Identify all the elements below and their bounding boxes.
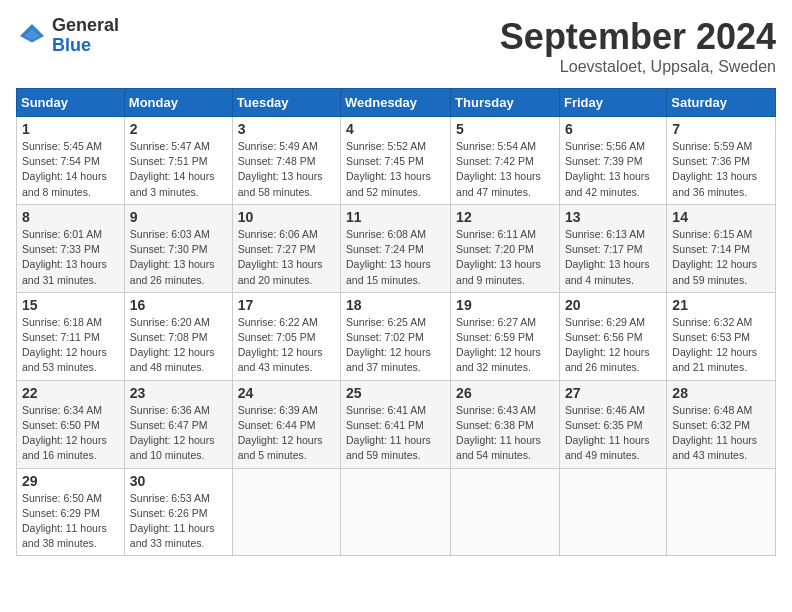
day-info: Sunrise: 6:03 AMSunset: 7:30 PMDaylight:… [130,227,227,288]
title-area: September 2024 Loevstaloet, Uppsala, Swe… [500,16,776,76]
day-info: Sunrise: 6:39 AMSunset: 6:44 PMDaylight:… [238,403,335,464]
calendar-cell: 12Sunrise: 6:11 AMSunset: 7:20 PMDayligh… [451,204,560,292]
calendar-cell: 5Sunrise: 5:54 AMSunset: 7:42 PMDaylight… [451,117,560,205]
logo-blue-text: Blue [52,36,119,56]
header-wednesday: Wednesday [341,89,451,117]
calendar-cell: 14Sunrise: 6:15 AMSunset: 7:14 PMDayligh… [667,204,776,292]
day-number: 14 [672,209,770,225]
logo: General Blue [16,16,119,56]
day-number: 18 [346,297,445,313]
calendar-cell: 10Sunrise: 6:06 AMSunset: 7:27 PMDayligh… [232,204,340,292]
day-number: 28 [672,385,770,401]
calendar-cell [667,468,776,556]
day-number: 1 [22,121,119,137]
month-title: September 2024 [500,16,776,58]
calendar-cell: 27Sunrise: 6:46 AMSunset: 6:35 PMDayligh… [559,380,666,468]
day-number: 29 [22,473,119,489]
calendar-cell: 22Sunrise: 6:34 AMSunset: 6:50 PMDayligh… [17,380,125,468]
day-info: Sunrise: 6:08 AMSunset: 7:24 PMDaylight:… [346,227,445,288]
header-monday: Monday [124,89,232,117]
calendar-cell: 21Sunrise: 6:32 AMSunset: 6:53 PMDayligh… [667,292,776,380]
calendar-cell: 19Sunrise: 6:27 AMSunset: 6:59 PMDayligh… [451,292,560,380]
day-info: Sunrise: 6:20 AMSunset: 7:08 PMDaylight:… [130,315,227,376]
day-info: Sunrise: 6:41 AMSunset: 6:41 PMDaylight:… [346,403,445,464]
calendar-cell: 16Sunrise: 6:20 AMSunset: 7:08 PMDayligh… [124,292,232,380]
day-info: Sunrise: 6:36 AMSunset: 6:47 PMDaylight:… [130,403,227,464]
day-number: 9 [130,209,227,225]
day-info: Sunrise: 6:15 AMSunset: 7:14 PMDaylight:… [672,227,770,288]
calendar-cell: 6Sunrise: 5:56 AMSunset: 7:39 PMDaylight… [559,117,666,205]
calendar-cell [451,468,560,556]
calendar-cell: 18Sunrise: 6:25 AMSunset: 7:02 PMDayligh… [341,292,451,380]
calendar-cell: 7Sunrise: 5:59 AMSunset: 7:36 PMDaylight… [667,117,776,205]
day-number: 27 [565,385,661,401]
day-number: 19 [456,297,554,313]
header-saturday: Saturday [667,89,776,117]
calendar-cell [341,468,451,556]
day-number: 2 [130,121,227,137]
day-info: Sunrise: 6:06 AMSunset: 7:27 PMDaylight:… [238,227,335,288]
calendar-cell: 20Sunrise: 6:29 AMSunset: 6:56 PMDayligh… [559,292,666,380]
day-info: Sunrise: 6:34 AMSunset: 6:50 PMDaylight:… [22,403,119,464]
day-info: Sunrise: 5:45 AMSunset: 7:54 PMDaylight:… [22,139,119,200]
day-number: 5 [456,121,554,137]
calendar-week-3: 15Sunrise: 6:18 AMSunset: 7:11 PMDayligh… [17,292,776,380]
day-number: 8 [22,209,119,225]
header-sunday: Sunday [17,89,125,117]
calendar-cell: 8Sunrise: 6:01 AMSunset: 7:33 PMDaylight… [17,204,125,292]
day-number: 4 [346,121,445,137]
calendar-cell: 11Sunrise: 6:08 AMSunset: 7:24 PMDayligh… [341,204,451,292]
day-info: Sunrise: 6:13 AMSunset: 7:17 PMDaylight:… [565,227,661,288]
calendar-cell: 3Sunrise: 5:49 AMSunset: 7:48 PMDaylight… [232,117,340,205]
day-number: 6 [565,121,661,137]
day-number: 25 [346,385,445,401]
page-header: General Blue September 2024 Loevstaloet,… [16,16,776,76]
day-number: 11 [346,209,445,225]
day-info: Sunrise: 5:56 AMSunset: 7:39 PMDaylight:… [565,139,661,200]
calendar-cell: 29Sunrise: 6:50 AMSunset: 6:29 PMDayligh… [17,468,125,556]
day-number: 13 [565,209,661,225]
header-friday: Friday [559,89,666,117]
calendar-week-4: 22Sunrise: 6:34 AMSunset: 6:50 PMDayligh… [17,380,776,468]
calendar-cell: 4Sunrise: 5:52 AMSunset: 7:45 PMDaylight… [341,117,451,205]
day-info: Sunrise: 5:52 AMSunset: 7:45 PMDaylight:… [346,139,445,200]
day-info: Sunrise: 6:53 AMSunset: 6:26 PMDaylight:… [130,491,227,552]
calendar-cell: 25Sunrise: 6:41 AMSunset: 6:41 PMDayligh… [341,380,451,468]
day-info: Sunrise: 6:32 AMSunset: 6:53 PMDaylight:… [672,315,770,376]
calendar-cell: 24Sunrise: 6:39 AMSunset: 6:44 PMDayligh… [232,380,340,468]
calendar-cell: 23Sunrise: 6:36 AMSunset: 6:47 PMDayligh… [124,380,232,468]
calendar-cell: 13Sunrise: 6:13 AMSunset: 7:17 PMDayligh… [559,204,666,292]
calendar-week-2: 8Sunrise: 6:01 AMSunset: 7:33 PMDaylight… [17,204,776,292]
header-tuesday: Tuesday [232,89,340,117]
day-number: 17 [238,297,335,313]
calendar-cell: 30Sunrise: 6:53 AMSunset: 6:26 PMDayligh… [124,468,232,556]
day-info: Sunrise: 6:25 AMSunset: 7:02 PMDaylight:… [346,315,445,376]
calendar-cell: 15Sunrise: 6:18 AMSunset: 7:11 PMDayligh… [17,292,125,380]
day-info: Sunrise: 6:46 AMSunset: 6:35 PMDaylight:… [565,403,661,464]
calendar-cell [559,468,666,556]
day-info: Sunrise: 5:54 AMSunset: 7:42 PMDaylight:… [456,139,554,200]
day-number: 15 [22,297,119,313]
day-number: 3 [238,121,335,137]
day-info: Sunrise: 5:59 AMSunset: 7:36 PMDaylight:… [672,139,770,200]
day-info: Sunrise: 6:18 AMSunset: 7:11 PMDaylight:… [22,315,119,376]
day-number: 26 [456,385,554,401]
header-thursday: Thursday [451,89,560,117]
calendar-cell: 1Sunrise: 5:45 AMSunset: 7:54 PMDaylight… [17,117,125,205]
calendar-cell: 2Sunrise: 5:47 AMSunset: 7:51 PMDaylight… [124,117,232,205]
day-info: Sunrise: 5:47 AMSunset: 7:51 PMDaylight:… [130,139,227,200]
day-number: 22 [22,385,119,401]
calendar-cell [232,468,340,556]
day-number: 16 [130,297,227,313]
day-info: Sunrise: 6:29 AMSunset: 6:56 PMDaylight:… [565,315,661,376]
calendar-week-5: 29Sunrise: 6:50 AMSunset: 6:29 PMDayligh… [17,468,776,556]
day-info: Sunrise: 6:01 AMSunset: 7:33 PMDaylight:… [22,227,119,288]
day-number: 30 [130,473,227,489]
day-info: Sunrise: 6:43 AMSunset: 6:38 PMDaylight:… [456,403,554,464]
logo-general-text: General [52,16,119,36]
logo-icon [16,20,48,52]
day-number: 24 [238,385,335,401]
calendar-cell: 28Sunrise: 6:48 AMSunset: 6:32 PMDayligh… [667,380,776,468]
location-title: Loevstaloet, Uppsala, Sweden [500,58,776,76]
day-number: 10 [238,209,335,225]
